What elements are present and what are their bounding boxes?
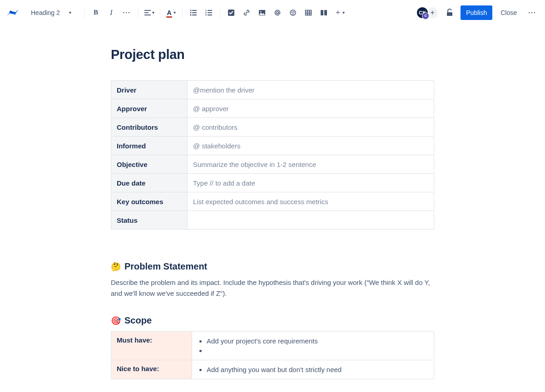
meta-value[interactable]: @mention the driver — [188, 81, 434, 99]
publish-button[interactable]: Publish — [461, 5, 492, 20]
avatar-initials: CK — [419, 10, 426, 15]
text-color-button[interactable]: A ▾ — [164, 5, 178, 20]
scope-row[interactable]: Nice to have:Add anything you want but d… — [111, 360, 434, 379]
scope-table[interactable]: Must have:Add your project's core requir… — [111, 331, 434, 379]
link-icon — [243, 9, 250, 16]
close-button[interactable]: Close — [496, 5, 521, 20]
meta-label: Contributors — [111, 118, 188, 137]
svg-rect-10 — [208, 10, 212, 11]
meta-row[interactable]: ObjectiveSummarize the objective in 1-2 … — [111, 155, 434, 174]
scope-label: Nice to have: — [111, 360, 192, 379]
scope-items[interactable]: Add your project's core requirements — [192, 332, 434, 360]
toolbar-divider — [84, 7, 85, 18]
more-formatting-button[interactable]: ··· — [119, 5, 134, 20]
layouts-icon — [320, 9, 327, 16]
text-style-label: Heading 2 — [31, 9, 60, 16]
meta-row[interactable]: Approver@ approver — [111, 99, 434, 118]
document-editor[interactable]: Project plan Driver@mention the driverAp… — [100, 25, 445, 392]
toolbar-divider — [160, 7, 160, 18]
emoji-button[interactable] — [286, 5, 300, 20]
metadata-table[interactable]: Driver@mention the driverApprover@ appro… — [111, 80, 434, 230]
table-button[interactable] — [301, 5, 316, 20]
image-button[interactable] — [255, 5, 269, 20]
svg-point-17 — [260, 11, 261, 12]
meta-row[interactable]: Due dateType // to add a date — [111, 174, 434, 192]
link-button[interactable] — [239, 5, 254, 20]
meta-row[interactable]: Driver@mention the driver — [111, 81, 434, 99]
target-emoji-icon: 🎯 — [111, 316, 121, 326]
mention-button[interactable] — [270, 5, 285, 20]
italic-button[interactable]: I — [104, 5, 119, 20]
confluence-icon — [7, 7, 18, 18]
svg-rect-4 — [192, 10, 197, 11]
section-title: Scope — [124, 315, 152, 326]
meta-value[interactable]: Type // to add a date — [188, 174, 434, 192]
bold-button[interactable]: B — [89, 5, 103, 20]
meta-value[interactable]: @ stakeholders — [188, 137, 434, 155]
meta-row[interactable]: Status — [111, 211, 434, 230]
action-item-button[interactable] — [224, 5, 238, 20]
chevron-down-icon: ▾ — [69, 10, 71, 15]
svg-rect-28 — [324, 10, 327, 15]
confluence-logo — [4, 7, 22, 18]
scope-heading[interactable]: 🎯 Scope — [111, 315, 434, 326]
toolbar-divider — [182, 7, 183, 18]
problem-statement-heading[interactable]: 🤔 Problem Statement — [111, 261, 434, 272]
bullet-list-icon — [190, 9, 197, 16]
meta-value[interactable]: List expected outcomes and success metri… — [188, 192, 434, 211]
meta-label: Due date — [111, 174, 188, 192]
svg-rect-22 — [306, 10, 312, 15]
editor-toolbar: Heading 2 ▾ B I ··· ▾ A ▾ — [0, 0, 545, 25]
svg-point-3 — [190, 10, 192, 11]
meta-row[interactable]: Informed@ stakeholders — [111, 137, 434, 155]
meta-value[interactable]: @ contributors — [188, 118, 434, 137]
page-title[interactable]: Project plan — [111, 47, 434, 62]
svg-rect-12 — [208, 12, 212, 13]
list-item[interactable]: Add your project's core requirements — [207, 336, 428, 346]
bullet-list-button[interactable] — [186, 5, 201, 20]
meta-value[interactable]: @ approver — [188, 99, 434, 118]
meta-label: Approver — [111, 99, 188, 118]
insert-button[interactable]: ＋▾ — [332, 5, 347, 20]
scope-items[interactable]: Add anything you want but don't strictly… — [192, 360, 434, 379]
numbered-list-icon: 1 2 3 — [205, 9, 213, 16]
meta-value[interactable]: Summarize the objective in 1-2 sentence — [188, 155, 434, 174]
toolbar-divider — [220, 7, 220, 18]
svg-rect-29 — [447, 12, 452, 16]
scope-row[interactable]: Must have:Add your project's core requir… — [111, 332, 434, 360]
meta-label: Status — [111, 211, 188, 230]
section-title: Problem Statement — [124, 261, 207, 272]
meta-label: Objective — [111, 155, 188, 174]
meta-row[interactable]: Key outcomesList expected outcomes and s… — [111, 192, 434, 211]
align-left-icon — [144, 9, 151, 16]
list-item[interactable]: Add anything you want but don't strictly… — [207, 365, 428, 374]
scope-label: Must have: — [111, 332, 192, 360]
table-icon — [305, 9, 312, 16]
list-item[interactable] — [207, 346, 428, 355]
toolbar-divider — [138, 7, 138, 18]
align-button[interactable]: ▾ — [142, 5, 156, 20]
image-icon — [258, 9, 266, 16]
svg-text:3: 3 — [205, 14, 207, 16]
meta-value[interactable] — [188, 211, 434, 230]
more-actions-button[interactable]: ··· — [525, 5, 540, 20]
text-style-select[interactable]: Heading 2 ▾ — [26, 5, 81, 20]
svg-point-20 — [292, 11, 292, 12]
user-avatar[interactable]: CK — [416, 6, 429, 19]
meta-label: Driver — [111, 81, 188, 99]
checkbox-icon — [228, 9, 235, 16]
thinking-emoji-icon: 🤔 — [111, 262, 121, 272]
svg-rect-8 — [192, 15, 197, 15]
numbered-list-button[interactable]: 1 2 3 — [202, 5, 216, 20]
svg-point-5 — [190, 12, 192, 13]
meta-label: Informed — [111, 137, 188, 155]
meta-row[interactable]: Contributors@ contributors — [111, 118, 434, 137]
svg-rect-27 — [321, 10, 323, 15]
svg-point-21 — [293, 11, 294, 12]
problem-statement-body[interactable]: Describe the problem and its impact. Inc… — [111, 277, 434, 299]
svg-point-7 — [190, 14, 192, 15]
collaborators: CK + — [416, 6, 439, 19]
at-icon — [274, 9, 281, 16]
layouts-button[interactable] — [317, 5, 331, 20]
restrictions-button[interactable] — [442, 5, 457, 20]
